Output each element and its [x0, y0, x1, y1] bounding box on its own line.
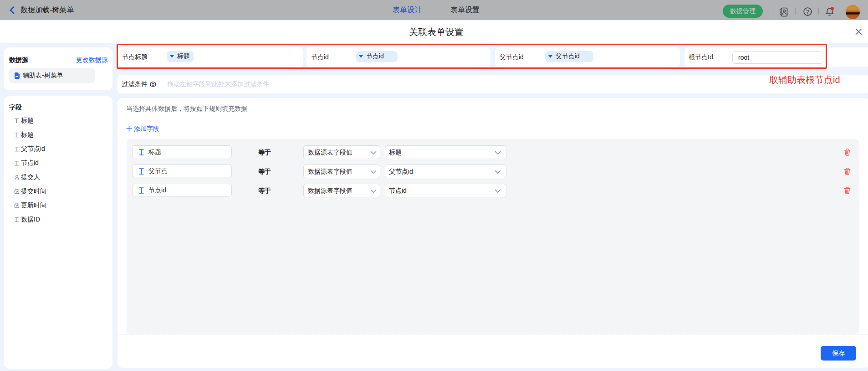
- svg-text:?: ?: [806, 9, 809, 15]
